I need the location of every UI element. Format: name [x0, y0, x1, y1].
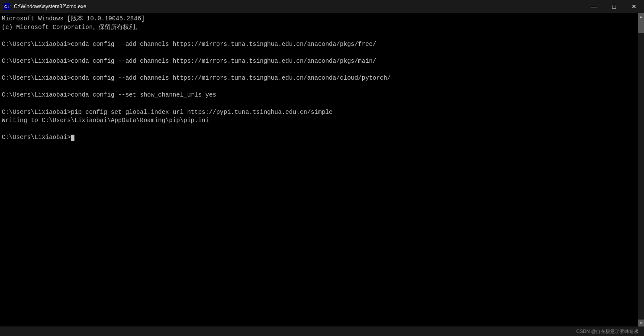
cmd-line-4: C:\Users\Lixiaobai>conda config --set sh… — [2, 91, 636, 100]
cmd-line-2: C:\Users\Lixiaobai>conda config --add ch… — [2, 57, 636, 66]
cmd-window: C:\ C:\Windows\system32\cmd.exe — □ ✕ Mi… — [0, 0, 644, 336]
scroll-down-button[interactable]: ▼ — [638, 320, 644, 326]
scrollbar-track-area[interactable] — [638, 20, 644, 320]
bottom-bar-text: CSDN @自在极意功登峰造极 — [576, 328, 639, 335]
cmd-icon: C:\ — [3, 3, 10, 10]
title-bar: C:\ C:\Windows\system32\cmd.exe — □ ✕ — [0, 0, 644, 13]
cursor-blink — [71, 135, 74, 141]
header-line-1: Microsoft Windows [版本 10.0.19045.2846] — [2, 15, 636, 23]
blank-2 — [2, 48, 636, 57]
window-controls: — □ ✕ — [584, 0, 644, 13]
close-button[interactable]: ✕ — [624, 0, 644, 13]
blank-3 — [2, 66, 636, 74]
writing-line: Writing to C:\Users\Lixiaobai\AppData\Ro… — [2, 116, 636, 125]
scrollbar[interactable]: ▲ ▼ — [638, 13, 644, 326]
minimize-button[interactable]: — — [584, 0, 604, 13]
scroll-up-button[interactable]: ▲ — [638, 13, 644, 20]
final-prompt: C:\Users\Lixiaobai> — [2, 133, 636, 142]
blank-5 — [2, 100, 636, 108]
cmd-line-5: C:\Users\Lixiaobai>pip config set global… — [2, 108, 636, 117]
cmd-line-1: C:\Users\Lixiaobai>conda config --add ch… — [2, 40, 636, 49]
header-line-2: (c) Microsoft Corporation。保留所有权利。 — [2, 23, 636, 32]
blank-1 — [2, 32, 636, 40]
svg-text:C:\: C:\ — [4, 5, 10, 10]
cmd-line-3: C:\Users\Lixiaobai>conda config --add ch… — [2, 74, 636, 83]
terminal-body[interactable]: Microsoft Windows [版本 10.0.19045.2846] (… — [0, 13, 644, 326]
maximize-button[interactable]: □ — [604, 0, 624, 13]
window-title: C:\Windows\system32\cmd.exe — [14, 3, 641, 10]
blank-6 — [2, 125, 636, 134]
scrollbar-thumb[interactable] — [638, 20, 644, 33]
blank-4 — [2, 83, 636, 91]
bottom-bar: CSDN @自在极意功登峰造极 — [0, 326, 644, 336]
